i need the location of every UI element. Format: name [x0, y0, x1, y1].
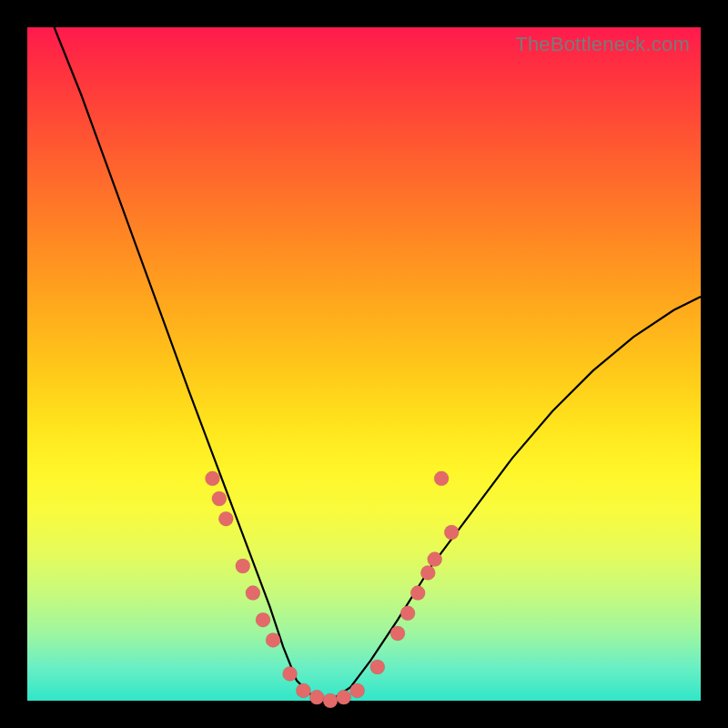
data-marker: [246, 586, 260, 601]
data-marker: [420, 565, 435, 580]
data-marker: [309, 690, 324, 704]
data-marker: [296, 683, 310, 698]
data-marker: [256, 612, 270, 627]
data-marker: [444, 525, 459, 540]
data-marker: [337, 690, 351, 704]
data-marker: [236, 559, 250, 573]
data-marker: [266, 632, 280, 647]
data-marker: [428, 552, 442, 567]
chart-svg: [27, 27, 701, 701]
data-marker: [400, 606, 415, 621]
data-marker: [350, 683, 365, 698]
data-marker: [410, 586, 425, 601]
marker-group: [206, 471, 460, 708]
data-marker: [434, 471, 449, 486]
chart-plot-area: TheBottleneck.com: [27, 27, 701, 701]
bottleneck-curve-path: [55, 27, 701, 701]
data-marker: [206, 471, 220, 486]
data-marker: [390, 626, 405, 641]
data-marker: [283, 666, 298, 681]
data-marker: [218, 511, 233, 526]
chart-frame: TheBottleneck.com: [0, 0, 728, 728]
data-marker: [370, 660, 385, 674]
data-marker: [212, 491, 227, 506]
data-marker: [323, 693, 338, 708]
